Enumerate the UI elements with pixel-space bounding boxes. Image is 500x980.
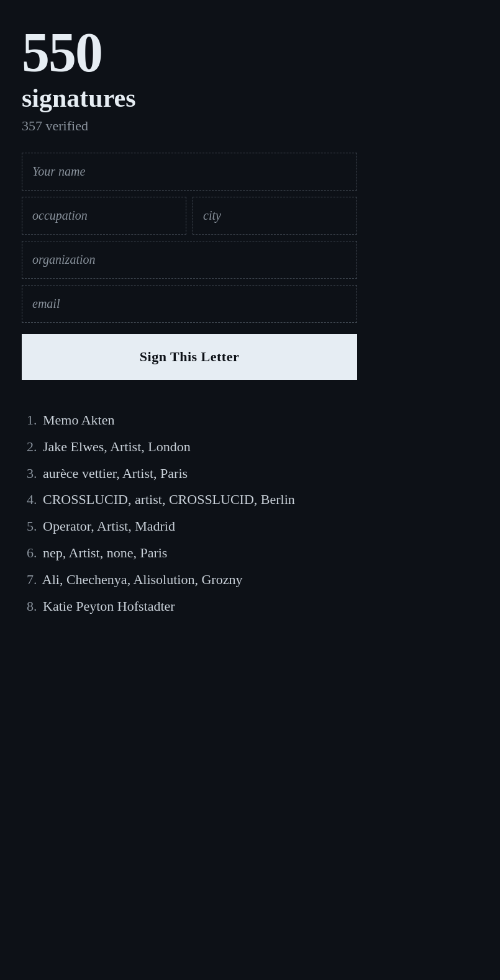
list-item: 7. Ali, Chechenya, Alisolution, Grozny bbox=[22, 570, 382, 590]
list-item: 6. nep, Artist, none, Paris bbox=[22, 544, 382, 563]
signers-list: 1. Memo Akten2. Jake Elwes, Artist, Lond… bbox=[22, 411, 382, 616]
list-item: 4. CROSSLUCID, artist, CROSSLUCID, Berli… bbox=[22, 490, 382, 510]
signatures-label: signatures bbox=[22, 83, 478, 113]
occupation-input[interactable] bbox=[22, 197, 186, 235]
organization-input[interactable] bbox=[22, 241, 357, 279]
list-item: 1. Memo Akten bbox=[22, 411, 382, 430]
sign-form: Sign This Letter bbox=[22, 153, 357, 380]
verified-count: 357 verified bbox=[22, 118, 478, 134]
name-input[interactable] bbox=[22, 153, 357, 191]
email-input[interactable] bbox=[22, 285, 357, 323]
list-item: 8. Katie Peyton Hofstadter bbox=[22, 597, 382, 616]
signature-count: 550 bbox=[22, 25, 478, 81]
city-input[interactable] bbox=[193, 197, 357, 235]
list-item: 3. aurèce vettier, Artist, Paris bbox=[22, 464, 382, 483]
list-item: 5. Operator, Artist, Madrid bbox=[22, 517, 382, 536]
list-item: 2. Jake Elwes, Artist, London bbox=[22, 438, 382, 457]
sign-letter-button[interactable]: Sign This Letter bbox=[22, 334, 357, 380]
